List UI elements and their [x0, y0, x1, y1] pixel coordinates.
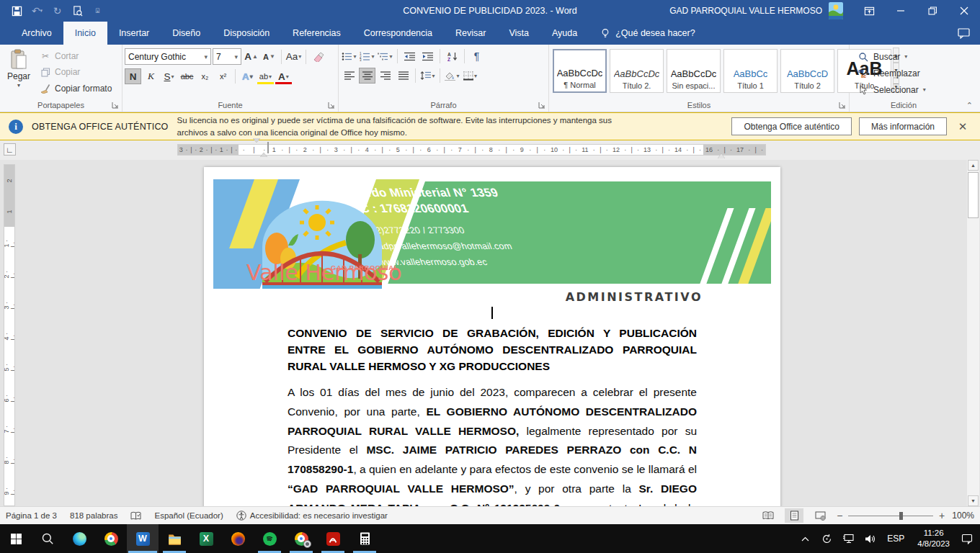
tab-referencias[interactable]: Referencias: [281, 22, 352, 45]
tray-chevron-icon[interactable]: [795, 524, 815, 553]
format-painter-button[interactable]: Copiar formato: [37, 81, 114, 96]
department-label[interactable]: ADMINISTRATIVO: [213, 290, 771, 304]
style-t-tulo-2-[interactable]: AaBbCcDcTítulo 2.: [610, 49, 664, 93]
zoom-slider[interactable]: − +: [837, 510, 945, 521]
taskbar-excel-icon[interactable]: X: [190, 524, 222, 553]
style-t-tulo-2[interactable]: AaBbCcDTítulo 2: [780, 49, 834, 93]
document-text-column[interactable]: CONVENIO DE SERVICIO DE GRABACIÓN, EDICI…: [213, 307, 771, 506]
tab-diseno[interactable]: Diseño: [161, 22, 212, 45]
tell-me-box[interactable]: ¿Qué desea hacer?: [600, 22, 695, 45]
grow-font-button[interactable]: A▲: [243, 49, 259, 65]
increase-indent-button[interactable]: [419, 48, 436, 64]
style-sin-espaci-[interactable]: AaBbCcDcSin espaci...: [667, 49, 721, 93]
cut-button[interactable]: ✂Cortar: [37, 48, 114, 63]
scroll-up-arrow[interactable]: ▲: [968, 160, 979, 171]
tab-correspondencia[interactable]: Correspondencia: [352, 22, 444, 45]
clock[interactable]: 11:264/8/2023: [912, 528, 956, 549]
right-indent-marker[interactable]: [718, 150, 725, 158]
tab-vista[interactable]: Vista: [497, 22, 540, 45]
taskbar-calculator-icon[interactable]: [349, 524, 380, 553]
notice-close-icon[interactable]: ✕: [954, 120, 971, 133]
taskbar-file-explorer-icon[interactable]: [159, 524, 190, 553]
zoom-out-icon[interactable]: −: [837, 510, 842, 521]
font-size-select[interactable]: 7▾: [213, 48, 241, 65]
scrollbar-thumb[interactable]: [968, 172, 979, 218]
tab-selector[interactable]: ∟: [4, 143, 16, 156]
style-t-tulo-1[interactable]: AaBbCcTítulo 1: [723, 49, 778, 93]
redo-icon[interactable]: ↻: [48, 2, 67, 19]
save-icon[interactable]: [7, 2, 27, 19]
taskbar-spotify-icon[interactable]: [254, 524, 285, 553]
get-genuine-office-button[interactable]: Obtenga Office auténtico: [731, 117, 852, 135]
speaker-icon[interactable]: [860, 524, 880, 553]
page-indicator[interactable]: Página 1 de 3: [6, 511, 57, 520]
font-color-button[interactable]: A▾: [275, 68, 292, 84]
ribbon-display-options-icon[interactable]: [853, 0, 885, 22]
bold-button[interactable]: N: [125, 68, 141, 84]
comments-icon[interactable]: [958, 28, 970, 39]
document-body-paragraph[interactable]: A los 01 días del mes de junio del 2023,…: [288, 383, 697, 506]
style--normal[interactable]: AaBbCcDc¶ Normal: [553, 49, 607, 93]
highlight-button[interactable]: ab▾: [257, 68, 274, 84]
minimize-button[interactable]: [885, 0, 917, 22]
font-dialog-launcher[interactable]: [328, 102, 336, 109]
web-layout-button[interactable]: [811, 508, 829, 523]
proofing-status[interactable]: [130, 511, 141, 521]
strikethrough-button[interactable]: abc: [179, 68, 195, 84]
italic-button[interactable]: K: [143, 68, 159, 84]
zoom-in-icon[interactable]: +: [939, 510, 945, 521]
taskbar-firefox-icon[interactable]: [222, 524, 254, 553]
print-layout-button[interactable]: [785, 508, 803, 523]
restore-button[interactable]: [917, 0, 948, 22]
customize-qat-icon[interactable]: ⍗: [88, 2, 107, 19]
styles-dialog-launcher[interactable]: [839, 102, 847, 109]
taskbar-word-icon[interactable]: W: [127, 524, 159, 553]
taskbar-search-button-icon[interactable]: [32, 524, 63, 553]
action-center-icon[interactable]: [957, 524, 977, 553]
line-spacing-button[interactable]: ▾: [419, 68, 436, 84]
letterhead-banner[interactable]: Acuerdo Ministerial N° 1359 RUC : 176812…: [213, 179, 771, 289]
paragraph-dialog-launcher[interactable]: [538, 102, 546, 109]
close-button[interactable]: [948, 0, 980, 22]
text-effects-button[interactable]: A▾: [239, 68, 256, 84]
numbering-button[interactable]: 123▾: [359, 48, 375, 64]
taskbar-acrobat-icon[interactable]: [317, 524, 349, 553]
left-indent-marker[interactable]: [253, 143, 260, 160]
shrink-font-button[interactable]: A▼: [261, 49, 277, 65]
scroll-down-arrow[interactable]: ▼: [968, 495, 979, 506]
tab-revisar[interactable]: Revisar: [444, 22, 497, 45]
tab-archivo[interactable]: Archivo: [10, 22, 63, 45]
taskbar-chrome-profile-icon[interactable]: [285, 524, 317, 553]
font-family-select[interactable]: Century Gothic▾: [125, 48, 211, 65]
language-indicator[interactable]: Español (Ecuador): [154, 511, 223, 520]
read-mode-button[interactable]: [759, 508, 778, 523]
sort-button[interactable]: AZ: [444, 48, 460, 64]
taskbar-start-button-icon[interactable]: [0, 524, 32, 553]
tray-sync-icon[interactable]: [816, 524, 837, 553]
language-tray[interactable]: ESP: [881, 534, 910, 544]
tab-disposicion[interactable]: Disposición: [212, 22, 281, 45]
decrease-indent-button[interactable]: [401, 48, 418, 64]
network-icon[interactable]: [838, 524, 858, 553]
document-title-paragraph[interactable]: CONVENIO DE SERVICIO DE GRABACIÓN, EDICI…: [288, 325, 697, 374]
subscript-button[interactable]: x₂: [197, 68, 213, 84]
collapse-ribbon-icon[interactable]: ⌃: [966, 101, 973, 110]
shading-button[interactable]: ▾: [444, 68, 460, 84]
change-case-button[interactable]: Aa▾: [285, 49, 302, 65]
account-logo-icon[interactable]: [829, 2, 843, 19]
tab-inicio[interactable]: Inicio: [63, 22, 107, 45]
clipboard-dialog-launcher[interactable]: [112, 102, 120, 109]
clear-formatting-button[interactable]: [310, 49, 326, 65]
tab-insertar[interactable]: Insertar: [107, 22, 161, 45]
justify-button[interactable]: [395, 68, 411, 84]
taskbar-edge-icon[interactable]: [63, 524, 95, 553]
tab-ayuda[interactable]: Ayuda: [540, 22, 589, 45]
learn-more-button[interactable]: Más información: [859, 117, 947, 135]
underline-button[interactable]: S▾: [161, 68, 177, 84]
align-center-button[interactable]: [359, 68, 375, 84]
zoom-handle[interactable]: [899, 512, 903, 520]
align-right-button[interactable]: [377, 68, 393, 84]
find-button[interactable]: Buscar▾: [858, 50, 926, 63]
show-marks-button[interactable]: ¶: [468, 48, 485, 64]
superscript-button[interactable]: x²: [215, 68, 231, 84]
